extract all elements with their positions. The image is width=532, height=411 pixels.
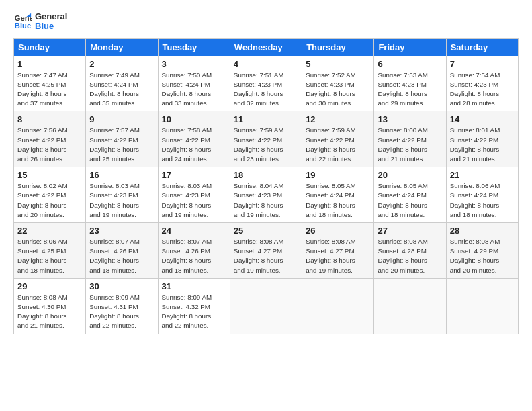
day-info: Sunrise: 8:05 AMSunset: 4:24 PMDaylight:… xyxy=(378,181,442,220)
calendar-cell: 4Sunrise: 7:51 AMSunset: 4:23 PMDaylight… xyxy=(230,56,302,111)
calendar-cell xyxy=(302,278,374,334)
calendar-cell: 5Sunrise: 7:52 AMSunset: 4:23 PMDaylight… xyxy=(302,56,374,111)
day-info: Sunrise: 8:08 AMSunset: 4:28 PMDaylight:… xyxy=(378,237,442,275)
day-info: Sunrise: 7:57 AMSunset: 4:22 PMDaylight:… xyxy=(89,126,154,164)
calendar-week-4: 22Sunrise: 8:06 AMSunset: 4:25 PMDayligh… xyxy=(14,223,519,279)
weekday-monday: Monday xyxy=(86,38,158,56)
calendar-week-3: 15Sunrise: 8:02 AMSunset: 4:22 PMDayligh… xyxy=(14,167,519,223)
calendar-cell: 16Sunrise: 8:03 AMSunset: 4:23 PMDayligh… xyxy=(86,167,158,223)
calendar-week-5: 29Sunrise: 8:08 AMSunset: 4:30 PMDayligh… xyxy=(14,278,519,334)
weekday-saturday: Saturday xyxy=(446,38,518,56)
day-info: Sunrise: 8:07 AMSunset: 4:26 PMDaylight:… xyxy=(89,237,154,275)
weekday-friday: Friday xyxy=(374,38,446,56)
day-number: 18 xyxy=(234,170,298,180)
logo-general: General xyxy=(35,12,67,21)
weekday-wednesday: Wednesday xyxy=(230,38,302,56)
calendar-cell: 18Sunrise: 8:04 AMSunset: 4:23 PMDayligh… xyxy=(230,167,302,223)
day-info: Sunrise: 7:52 AMSunset: 4:23 PMDaylight:… xyxy=(306,71,370,109)
day-number: 2 xyxy=(89,59,154,69)
day-number: 15 xyxy=(17,170,82,180)
day-info: Sunrise: 8:07 AMSunset: 4:26 PMDaylight:… xyxy=(162,237,226,275)
calendar-cell: 22Sunrise: 8:06 AMSunset: 4:25 PMDayligh… xyxy=(14,223,86,279)
calendar-cell: 29Sunrise: 8:08 AMSunset: 4:30 PMDayligh… xyxy=(14,278,86,334)
day-number: 30 xyxy=(89,281,154,291)
day-number: 1 xyxy=(17,59,82,69)
day-info: Sunrise: 7:58 AMSunset: 4:22 PMDaylight:… xyxy=(162,126,226,164)
day-number: 3 xyxy=(162,59,226,69)
calendar-cell: 14Sunrise: 8:01 AMSunset: 4:22 PMDayligh… xyxy=(446,111,518,167)
calendar-cell: 3Sunrise: 7:50 AMSunset: 4:24 PMDaylight… xyxy=(158,56,230,111)
day-info: Sunrise: 8:03 AMSunset: 4:23 PMDaylight:… xyxy=(89,181,154,220)
calendar-cell: 10Sunrise: 7:58 AMSunset: 4:22 PMDayligh… xyxy=(158,111,230,167)
calendar-table: SundayMondayTuesdayWednesdayThursdayFrid… xyxy=(13,38,519,334)
day-info: Sunrise: 7:49 AMSunset: 4:24 PMDaylight:… xyxy=(89,71,154,109)
calendar-cell: 6Sunrise: 7:53 AMSunset: 4:23 PMDaylight… xyxy=(374,56,446,111)
day-info: Sunrise: 8:01 AMSunset: 4:22 PMDaylight:… xyxy=(450,126,515,164)
day-number: 10 xyxy=(162,114,226,124)
calendar-cell: 23Sunrise: 8:07 AMSunset: 4:26 PMDayligh… xyxy=(86,223,158,279)
calendar-cell xyxy=(230,278,302,334)
calendar-cell: 2Sunrise: 7:49 AMSunset: 4:24 PMDaylight… xyxy=(86,56,158,111)
day-number: 23 xyxy=(89,226,154,236)
day-info: Sunrise: 8:04 AMSunset: 4:23 PMDaylight:… xyxy=(234,181,298,220)
weekday-thursday: Thursday xyxy=(302,38,374,56)
weekday-header-row: SundayMondayTuesdayWednesdayThursdayFrid… xyxy=(14,38,519,56)
calendar-cell: 31Sunrise: 8:09 AMSunset: 4:32 PMDayligh… xyxy=(158,278,230,334)
day-number: 4 xyxy=(234,59,298,69)
logo-blue: Blue xyxy=(35,21,67,31)
day-number: 27 xyxy=(378,226,442,236)
day-info: Sunrise: 8:08 AMSunset: 4:29 PMDaylight:… xyxy=(450,237,515,275)
day-info: Sunrise: 8:08 AMSunset: 4:27 PMDaylight:… xyxy=(234,237,298,275)
svg-text:Blue: Blue xyxy=(15,22,31,30)
day-number: 9 xyxy=(89,114,154,124)
calendar-cell: 28Sunrise: 8:08 AMSunset: 4:29 PMDayligh… xyxy=(446,223,518,279)
day-info: Sunrise: 7:47 AMSunset: 4:25 PMDaylight:… xyxy=(17,71,82,109)
day-info: Sunrise: 8:09 AMSunset: 4:32 PMDaylight:… xyxy=(162,293,226,331)
day-number: 28 xyxy=(450,226,515,236)
day-info: Sunrise: 7:56 AMSunset: 4:22 PMDaylight:… xyxy=(17,126,82,164)
calendar-cell: 7Sunrise: 7:54 AMSunset: 4:23 PMDaylight… xyxy=(446,56,518,111)
weekday-sunday: Sunday xyxy=(14,38,86,56)
day-number: 25 xyxy=(234,226,298,236)
day-number: 14 xyxy=(450,114,515,124)
calendar-cell: 12Sunrise: 7:59 AMSunset: 4:22 PMDayligh… xyxy=(302,111,374,167)
day-number: 26 xyxy=(306,226,370,236)
header: General Blue General Blue xyxy=(13,12,519,32)
day-info: Sunrise: 8:06 AMSunset: 4:24 PMDaylight:… xyxy=(450,181,515,220)
day-info: Sunrise: 8:00 AMSunset: 4:22 PMDaylight:… xyxy=(378,126,442,164)
day-info: Sunrise: 7:51 AMSunset: 4:23 PMDaylight:… xyxy=(234,71,298,109)
page: General Blue General Blue SundayMondayTu… xyxy=(0,0,532,341)
calendar-cell: 27Sunrise: 8:08 AMSunset: 4:28 PMDayligh… xyxy=(374,223,446,279)
calendar-cell: 8Sunrise: 7:56 AMSunset: 4:22 PMDaylight… xyxy=(14,111,86,167)
day-info: Sunrise: 8:09 AMSunset: 4:31 PMDaylight:… xyxy=(89,293,154,331)
day-number: 6 xyxy=(378,59,442,69)
day-number: 21 xyxy=(450,170,515,180)
day-number: 8 xyxy=(17,114,82,124)
day-info: Sunrise: 8:03 AMSunset: 4:23 PMDaylight:… xyxy=(162,181,226,220)
logo-icon: General Blue xyxy=(13,12,32,31)
day-info: Sunrise: 8:02 AMSunset: 4:22 PMDaylight:… xyxy=(17,181,82,220)
day-info: Sunrise: 7:53 AMSunset: 4:23 PMDaylight:… xyxy=(378,71,442,109)
day-info: Sunrise: 8:08 AMSunset: 4:27 PMDaylight:… xyxy=(306,237,370,275)
day-number: 24 xyxy=(162,226,226,236)
calendar-week-1: 1Sunrise: 7:47 AMSunset: 4:25 PMDaylight… xyxy=(14,56,519,111)
day-info: Sunrise: 7:50 AMSunset: 4:24 PMDaylight:… xyxy=(162,71,226,109)
day-number: 12 xyxy=(306,114,370,124)
calendar-cell: 15Sunrise: 8:02 AMSunset: 4:22 PMDayligh… xyxy=(14,167,86,223)
calendar-cell: 17Sunrise: 8:03 AMSunset: 4:23 PMDayligh… xyxy=(158,167,230,223)
day-number: 20 xyxy=(378,170,442,180)
calendar-cell: 21Sunrise: 8:06 AMSunset: 4:24 PMDayligh… xyxy=(446,167,518,223)
day-info: Sunrise: 8:08 AMSunset: 4:30 PMDaylight:… xyxy=(17,293,82,331)
day-info: Sunrise: 8:06 AMSunset: 4:25 PMDaylight:… xyxy=(17,237,82,275)
calendar-cell: 1Sunrise: 7:47 AMSunset: 4:25 PMDaylight… xyxy=(14,56,86,111)
logo: General Blue General Blue xyxy=(13,12,67,32)
day-number: 22 xyxy=(17,226,82,236)
day-number: 29 xyxy=(17,281,82,291)
calendar-cell: 24Sunrise: 8:07 AMSunset: 4:26 PMDayligh… xyxy=(158,223,230,279)
calendar-cell: 30Sunrise: 8:09 AMSunset: 4:31 PMDayligh… xyxy=(86,278,158,334)
calendar-cell: 26Sunrise: 8:08 AMSunset: 4:27 PMDayligh… xyxy=(302,223,374,279)
calendar-cell: 20Sunrise: 8:05 AMSunset: 4:24 PMDayligh… xyxy=(374,167,446,223)
day-info: Sunrise: 7:59 AMSunset: 4:22 PMDaylight:… xyxy=(306,126,370,164)
calendar-cell: 19Sunrise: 8:05 AMSunset: 4:24 PMDayligh… xyxy=(302,167,374,223)
day-number: 17 xyxy=(162,170,226,180)
